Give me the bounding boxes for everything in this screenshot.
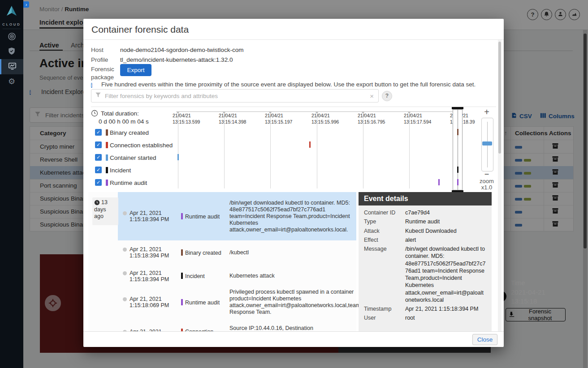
legend-label: Container started: [110, 154, 156, 161]
sidebar-divider: [3, 29, 21, 29]
modal-footer: Close: [83, 331, 504, 347]
sidebar-expand-button[interactable]: ›: [23, 1, 29, 8]
detail-value: Runtime audit: [405, 218, 486, 225]
dot-icon: [123, 248, 127, 252]
type-color-bar: [181, 213, 183, 219]
shield-check-icon: [8, 47, 16, 57]
sidebar: CLOUD ⚙: [0, 0, 23, 368]
checkbox-incident[interactable]: ✓: [95, 167, 102, 173]
marker-connection-established[interactable]: [309, 141, 311, 148]
profile-label: Profile: [91, 56, 108, 63]
container-forensic-modal: Container forensic data Host node-demo21…: [83, 19, 504, 347]
type-color-bar: [181, 273, 183, 279]
zoom-label: zoom: [475, 178, 498, 184]
dot-icon: [123, 271, 127, 275]
tick-label: 21/04/2113:15:17.594: [404, 113, 431, 125]
event-row[interactable]: Apr 21, 20211:15:18:394 PM Incident Kube…: [88, 265, 356, 288]
export-button[interactable]: Export: [120, 64, 151, 76]
event-date-cell: Apr 21, 20211:15:18:394 PM: [123, 240, 179, 265]
clear-filter-icon[interactable]: ×: [369, 92, 375, 100]
tick-label: 21/04/2113:15:15.996: [311, 113, 339, 125]
sidebar-item-defend[interactable]: [0, 44, 23, 60]
marker-incident: [457, 167, 458, 173]
event-message-cell: Kubernetes attack: [229, 265, 356, 287]
modal-scrollbar-track[interactable]: [498, 40, 502, 331]
sidebar-item-settings[interactable]: ⚙: [0, 74, 23, 89]
event-message-cell: /bin/wget downloaded kubectl to containe…: [229, 192, 356, 240]
detail-label: Attack: [364, 227, 405, 235]
prisma-cloud-logo-icon[interactable]: [0, 4, 23, 21]
detail-label: Type: [364, 218, 405, 225]
dot-icon: [123, 211, 127, 215]
filter-help-button[interactable]: ?: [382, 91, 392, 101]
detail-label: User: [364, 314, 405, 321]
legend-label: Connection established: [110, 142, 173, 149]
close-button[interactable]: Close: [472, 334, 497, 345]
time-ago-badge: 13 days ago: [92, 197, 118, 225]
modal-info-text: Five hundred events within the time prox…: [101, 81, 476, 88]
zoom-slider-handle[interactable]: [482, 141, 492, 145]
checkbox-container-started[interactable]: ✓: [95, 154, 102, 161]
event-details-header: Event details: [359, 192, 492, 205]
event-type-cell: Runtime audit: [181, 287, 226, 317]
sidebar-item-radar[interactable]: [0, 30, 23, 45]
detail-value: Kubectl Downloaded: [405, 227, 486, 235]
type-color-bar: [181, 299, 183, 305]
logo-text: CLOUD: [0, 22, 23, 26]
legend-swatch: [106, 129, 108, 136]
checkbox-binary-created[interactable]: ✓: [95, 129, 102, 136]
container-id-link[interactable]: c7ae79d4: [405, 209, 486, 216]
selection-gridline: [458, 110, 458, 190]
marker-container-started[interactable]: [177, 154, 179, 160]
event-type-cell: Binary created: [181, 240, 226, 265]
modal-title: Container forensic data: [91, 24, 189, 35]
detail-label: Container ID: [364, 209, 405, 216]
detail-label: Message: [364, 245, 405, 304]
event-date-cell: Apr 21, 20211:15:16:157 PM: [123, 317, 179, 331]
detail-label: Timestamp: [364, 305, 405, 312]
legend-label: Binary created: [110, 129, 149, 136]
event-row[interactable]: Apr 21, 20211:15:18:069 PM Runtime audit…: [88, 287, 356, 317]
timeline-selection-window[interactable]: [453, 109, 463, 190]
section-divider: [91, 107, 496, 107]
marker-binary-created: [457, 129, 458, 135]
tick-label: 21/04/2113:15:14.398: [219, 113, 246, 125]
event-row[interactable]: Apr 21, 20211:15:18:394 PM Binary create…: [88, 240, 356, 265]
event-message-cell: Source IP:10.44.0.16, Destination IP:142…: [229, 317, 356, 331]
total-duration-label: Total duration:: [101, 110, 139, 117]
event-type-cell: Connection established: [181, 317, 226, 331]
zoom-slider[interactable]: [481, 118, 493, 171]
detail-value: alert: [405, 236, 486, 244]
monitor-chart-icon: [8, 62, 17, 72]
forensic-package-label: Forensic package: [91, 65, 119, 81]
legend-swatch: [106, 167, 108, 173]
dot-icon: [123, 297, 127, 301]
radar-icon: [8, 32, 16, 43]
event-row-selected[interactable]: 13 days ago Apr 21, 20211:15:18:394 PM R…: [88, 192, 356, 241]
forensics-filter-input[interactable]: [104, 92, 369, 100]
detail-message: /bin/wget downloaded kubectl to containe…: [405, 245, 486, 304]
sidebar-item-monitor[interactable]: [0, 59, 23, 74]
host-value: node-demo2104-sgordon-demo-twistlock-com: [120, 47, 243, 53]
gear-icon: ⚙: [8, 77, 15, 86]
screen: CLOUD ⚙ › Monitor / Runtime Incident exp…: [0, 0, 588, 368]
modal-body: Host node-demo2104-sgordon-demo-twistloc…: [83, 40, 504, 331]
type-color-bar: [181, 249, 183, 256]
forensics-filter-box[interactable]: ×: [91, 89, 379, 103]
duration-clock-icon: [91, 110, 98, 119]
modal-scrollbar-thumb[interactable]: [498, 42, 501, 154]
event-date-cell: Apr 21, 20211:15:18:394 PM: [123, 192, 179, 240]
legend-swatch: [106, 142, 108, 148]
checkbox-connection-established[interactable]: ✓: [95, 141, 102, 148]
event-message-cell: /kubectl: [229, 240, 356, 265]
zoom-in-button[interactable]: +: [480, 107, 493, 117]
zoom-value: x1.0: [475, 184, 498, 191]
event-type-cell: Runtime audit: [181, 192, 226, 240]
marker-runtime-audit[interactable]: [438, 179, 440, 185]
checkbox-runtime-audit[interactable]: ✓: [95, 179, 102, 186]
legend-swatch: [106, 154, 108, 161]
event-message-cell: Privileged process kubectl spawned in a …: [229, 287, 356, 317]
marker-runtime-audit-2: [457, 179, 458, 185]
detail-label: Effect: [364, 236, 405, 244]
event-row[interactable]: Apr 21, 20211:15:16:157 PM Connection es…: [88, 317, 356, 331]
